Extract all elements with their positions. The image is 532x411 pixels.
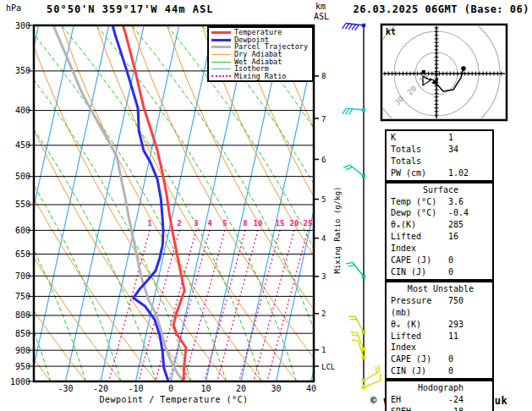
skewt-sounding-screen: 1234581015202530035040045050055060065070… <box>0 0 532 411</box>
table-row-label: K <box>391 132 448 144</box>
indices-panel: K1Totals Totals34PW (cm)1.02SurfaceTemp … <box>385 129 494 411</box>
hodograph-origin-marker <box>422 70 425 74</box>
parcel-trajectory-curve <box>53 25 184 381</box>
legend-line-swatch <box>211 31 231 34</box>
km-tick-label: 7 <box>321 115 326 123</box>
table-row-label: EH <box>391 394 448 406</box>
pressure-tick-label: 750 <box>15 292 30 301</box>
mixing-ratio-line <box>254 230 294 381</box>
pressure-tick-label: 850 <box>15 329 30 338</box>
mixing-ratio-label: 20 <box>290 219 299 227</box>
legend-line-swatch <box>211 39 231 41</box>
chart-datetime: 26.03.2025 06GMT (Base: 06) <box>353 3 529 15</box>
table-row: θₑ(K)285 <box>391 219 491 231</box>
table-row-value: 1.02 <box>448 167 491 179</box>
table-row: SREH-18 <box>391 406 491 411</box>
mixing-ratio-label: 8 <box>243 219 247 227</box>
km-tick-label: 3 <box>321 272 326 281</box>
hodograph-ring-label: 20 <box>406 85 419 97</box>
table-row: Lifted Index16 <box>391 231 491 255</box>
pressure-tick-label: 600 <box>15 226 30 235</box>
table-row-label: CIN (J) <box>391 365 448 377</box>
temperature-tick-label: 40 <box>306 384 316 393</box>
table-row-label: Lifted Index <box>391 331 448 354</box>
table-row-value: 0 <box>448 255 491 266</box>
hodograph-unit-label: kt <box>386 27 396 36</box>
legend-item-label: Mixing Ratio <box>234 73 286 80</box>
table-row-value: 16 <box>448 231 491 255</box>
table-row-label: SREH <box>391 406 448 411</box>
mixing-ratio-line <box>239 230 280 381</box>
wind-barb-icon <box>346 262 365 278</box>
hodograph-border <box>381 25 507 120</box>
table-row-label: CIN (J) <box>391 266 448 278</box>
mixing-ratio-label: 25 <box>304 219 313 227</box>
temperature-tick-label: -20 <box>93 384 108 393</box>
table-row-value: -24 <box>448 394 491 406</box>
table-row: CIN (J)0 <box>391 266 491 278</box>
pressure-tick-label: 650 <box>15 249 30 259</box>
mixing-ratio-label: 1 <box>147 219 151 227</box>
table-row-value: 0 <box>448 365 491 377</box>
legend-line-swatch <box>211 46 231 48</box>
mixing-ratio-label: 3 <box>194 219 198 227</box>
mixing-ratio-label: 4 <box>207 219 212 227</box>
legend-line-swatch <box>211 62 231 63</box>
chart-legend: TemperatureDewpointParcel TrajectoryDry … <box>207 26 314 82</box>
km-tick-label: 1 <box>321 346 326 354</box>
pressure-tick-label: 900 <box>15 346 30 355</box>
table-row-label: Lifted Index <box>391 231 448 255</box>
table-row: Totals Totals34 <box>391 144 491 167</box>
table-row: θₑ (K)293 <box>391 319 491 331</box>
km-tick-label: 8 <box>321 72 326 80</box>
km-tick-label: 5 <box>321 195 326 204</box>
pressure-tick-label: 950 <box>15 362 30 371</box>
wind-barb-icon <box>362 365 379 383</box>
table-row-value: 0 <box>448 266 491 278</box>
pressure-tick-label: 450 <box>15 140 30 150</box>
mixing-ratio-line <box>217 230 258 381</box>
table-row-value: 285 <box>448 219 491 231</box>
table-row-label: CAPE (J) <box>391 255 448 266</box>
table-row-label: Totals Totals <box>391 144 448 167</box>
indices-table: K1Totals Totals34PW (cm)1.02 <box>385 129 494 182</box>
temperature-tick-label: 20 <box>236 384 246 393</box>
wind-barb-icon <box>343 108 365 115</box>
hodograph-ring-label: 30 <box>393 95 406 107</box>
temperature-tick-label: 0 <box>168 384 173 393</box>
pressure-tick-label: 550 <box>15 200 30 209</box>
altitude-axis-unit-km: km <box>315 2 326 11</box>
wind-barb-icon <box>343 165 365 178</box>
table-row: EH-24 <box>391 394 491 406</box>
wind-barb-icon <box>348 316 365 334</box>
pressure-tick-label: 700 <box>15 271 30 281</box>
table-row: CAPE (J)0 <box>391 255 491 266</box>
table-row-value: -18 <box>448 406 491 411</box>
indices-table: Most UnstablePressure (mb)750θₑ (K)293Li… <box>385 281 494 380</box>
pressure-axis-unit: hPa <box>6 3 21 13</box>
pressure-tick-label: 300 <box>15 21 30 30</box>
table-row: CIN (J)0 <box>391 365 491 377</box>
table-row: Lifted Index11 <box>391 331 491 354</box>
legend-item: Mixing Ratio <box>211 73 312 80</box>
pressure-tick-label: 350 <box>15 66 30 75</box>
table-row: Dewp (°C)-0.4 <box>391 207 491 219</box>
table-row-value: -0.4 <box>448 207 491 219</box>
mixing-ratio-line <box>169 230 210 381</box>
table-row-value: 293 <box>448 319 491 331</box>
km-tick-label: 2 <box>321 310 326 318</box>
legend-line-swatch <box>211 68 231 69</box>
isotherm-line <box>0 25 3 381</box>
table-row-value: 1 <box>448 132 491 144</box>
mixing-ratio-line <box>267 230 308 381</box>
mixing-ratio-label: 15 <box>276 219 285 227</box>
mixing-ratio-label: 2 <box>177 219 181 227</box>
table-row-label: Pressure (mb) <box>391 295 448 319</box>
indices-table: SurfaceTemp (°C)3.6Dewp (°C)-0.4θₑ(K)285… <box>385 182 494 281</box>
altitude-axis-unit-asl: ASL <box>314 12 329 21</box>
mixing-ratio-label: 10 <box>254 219 263 227</box>
mixing-ratio-label: 5 <box>222 219 227 227</box>
table-row-value: 0 <box>448 353 491 365</box>
table-row-label: θₑ (K) <box>391 319 448 331</box>
legend-line-swatch <box>211 75 231 77</box>
